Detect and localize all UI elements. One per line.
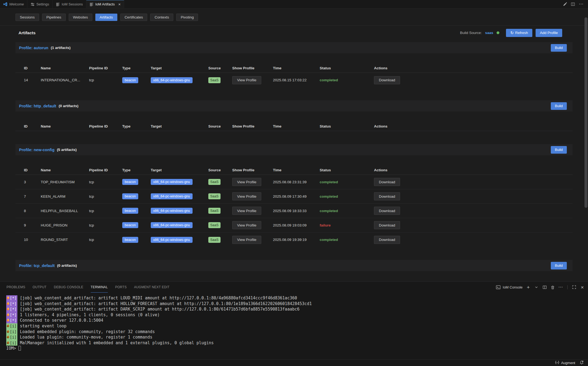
column-header: Time: [273, 66, 320, 70]
column-header: Pipeline ID: [89, 168, 122, 172]
cell-pipeline-id: tcp: [89, 194, 122, 198]
column-header: Show Profile: [232, 168, 273, 172]
log-badge-label: [i]: [10, 341, 17, 345]
cell-show-profile: View Profile: [232, 76, 273, 84]
tab-certificates[interactable]: Certificates: [120, 14, 147, 21]
maximize-panel-button[interactable]: [572, 284, 577, 290]
artifacts-table: IDNamePipeline IDTypeTargetSourceShow Pr…: [15, 166, 573, 247]
column-header: Show Profile: [232, 66, 273, 70]
editor-tabs: WelcomeSettingsIoM SessionsIoM Artifacts…: [0, 0, 124, 8]
close-icon[interactable]: ×: [118, 2, 121, 6]
flame-icon: [6, 313, 10, 317]
terminal-output[interactable]: [*][job] web_content_add_artifact: artif…: [0, 293, 588, 351]
view-profile-button[interactable]: View Profile: [232, 236, 261, 244]
artifact-count: (5 artifacts): [57, 148, 77, 152]
profile-link[interactable]: Profile: tcp_default: [19, 263, 55, 268]
new-terminal-button[interactable]: +: [526, 284, 531, 290]
editor-tab-settings[interactable]: Settings: [27, 0, 53, 8]
tab-pivoting[interactable]: Pivoting: [176, 14, 198, 21]
cell-show-profile: View Profile: [232, 192, 273, 200]
table-row: 3TOP_RHEUMATISMtcpbeaconx86_64-pc-window…: [15, 175, 573, 189]
app-window: WelcomeSettingsIoM SessionsIoM Artifacts…: [0, 0, 588, 366]
build-button[interactable]: Build: [551, 262, 567, 269]
augment-status-item[interactable]: Augment: [553, 360, 577, 366]
add-profile-button[interactable]: Add Profile: [536, 29, 562, 37]
column-header: Target: [151, 66, 208, 70]
table-header-row: IDNamePipeline IDTypeTargetSourceShow Pr…: [15, 64, 573, 73]
tab-websites[interactable]: Websites: [69, 14, 92, 21]
profile-header-left: Profile: tcp_default(0 artifacts): [19, 263, 77, 268]
flame-icon: [6, 302, 10, 305]
kill-terminal-button[interactable]: [550, 284, 555, 290]
build-button[interactable]: Build: [551, 44, 567, 52]
download-button[interactable]: Download: [374, 236, 400, 244]
editor-tab-label: Welcome: [9, 2, 24, 6]
editor-tab-welcome[interactable]: Welcome: [0, 0, 27, 8]
column-header: Time: [273, 124, 320, 128]
refresh-button[interactable]: ↻Refresh: [506, 29, 532, 37]
log-badge-label: [i]: [10, 330, 17, 334]
view-profile-button[interactable]: View Profile: [232, 207, 261, 215]
tab-pipelines[interactable]: Pipelines: [42, 14, 66, 21]
download-button[interactable]: Download: [374, 221, 400, 229]
profile-link[interactable]: Profile: autorun: [19, 46, 48, 50]
editor-tab-iom-artifacts[interactable]: IoM Artifacts×: [86, 0, 124, 8]
separator: [567, 285, 568, 289]
log-info-badge: [i]: [6, 323, 17, 329]
status-text: completed: [320, 78, 374, 82]
bell-icon: [580, 360, 584, 365]
terminal-prompt-line: IOM>: [6, 346, 588, 351]
panel-tab-augment-next-edit[interactable]: AUGMENT NEXT EDIT: [134, 282, 170, 293]
more-actions-icon[interactable]: ···: [579, 2, 584, 6]
split-editor-icon[interactable]: [571, 2, 575, 6]
profile-header: Profile: tcp_default(0 artifacts)Build: [15, 260, 573, 271]
cell-pipeline-id: tcp: [89, 180, 122, 184]
cell-type: beacon: [122, 208, 151, 214]
view-profile-button[interactable]: View Profile: [232, 178, 261, 186]
panel-tab-output[interactable]: OUTPUT: [33, 282, 46, 293]
panel-tab-ports[interactable]: PORTS: [115, 282, 127, 293]
column-header: Type: [122, 66, 151, 70]
panel-more-actions-button[interactable]: ···: [558, 284, 563, 290]
download-button[interactable]: Download: [374, 207, 400, 215]
chevron-down-icon[interactable]: [534, 284, 539, 290]
view-profile-button[interactable]: View Profile: [232, 192, 261, 200]
column-header: Actions: [374, 66, 573, 70]
tab-contexts[interactable]: Contexts: [150, 14, 173, 21]
build-source-value: saas: [485, 31, 493, 35]
notifications-bell[interactable]: [577, 360, 586, 366]
edit-pencil-icon[interactable]: [563, 2, 567, 6]
profile-link[interactable]: Profile: new-config: [19, 148, 55, 152]
cell-actions: Download: [374, 221, 573, 229]
log-star-badge: [*]: [6, 318, 17, 323]
cell-pipeline-id: tcp: [89, 238, 122, 242]
target-badge: x86_64-pc-windows-gnu: [151, 77, 193, 83]
artifact-count: (0 artifacts): [57, 263, 77, 268]
terminal-line: [i]starting event loop: [6, 323, 588, 329]
cell-target: x86_64-pc-windows-gnu: [151, 222, 208, 228]
column-header: Actions: [374, 124, 573, 128]
profile-section: Profile: autorun(1 artifacts)BuildIDName…: [15, 42, 573, 87]
type-badge: beacon: [122, 77, 138, 83]
view-profile-button[interactable]: View Profile: [232, 221, 261, 229]
panel-tab-problems[interactable]: PROBLEMS: [7, 282, 25, 293]
download-button[interactable]: Download: [374, 192, 400, 200]
download-button[interactable]: Download: [374, 178, 400, 186]
terminal-line-text: Loaded lua plugin: community-move, regis…: [20, 335, 152, 340]
split-terminal-button[interactable]: [542, 284, 547, 290]
panel-tab-debug-console[interactable]: DEBUG CONSOLE: [54, 282, 83, 293]
terminal-cursor[interactable]: [18, 346, 21, 351]
editor-tab-iom-sessions[interactable]: IoM Sessions: [53, 0, 86, 8]
panel-tab-terminal[interactable]: TERMINAL: [91, 282, 108, 293]
editor-scrollbar[interactable]: [584, 17, 587, 208]
tab-artifacts[interactable]: Artifacts: [95, 14, 117, 21]
download-button[interactable]: Download: [374, 76, 400, 84]
tab-sessions[interactable]: Sessions: [15, 14, 39, 21]
view-profile-button[interactable]: View Profile: [232, 76, 261, 84]
profile-link[interactable]: Profile: http_default: [19, 104, 56, 108]
console-selector[interactable]: IoM Console: [496, 284, 523, 290]
build-button[interactable]: Build: [551, 146, 567, 154]
build-button[interactable]: Build: [551, 102, 567, 110]
cell-id: 7: [24, 194, 41, 198]
close-panel-button[interactable]: ×: [580, 284, 585, 290]
